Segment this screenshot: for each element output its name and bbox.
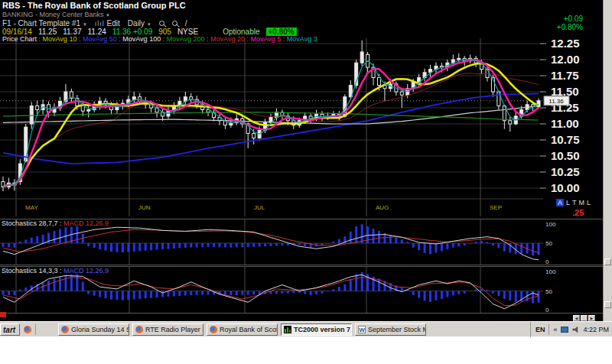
- period-selector[interactable]: Daily ▼: [128, 19, 151, 28]
- legend-item-movavg-5[interactable]: MovAvg 5: [250, 35, 281, 43]
- macd-histogram: [2, 224, 540, 255]
- legend-item-movavg-50[interactable]: MovAvg 50: [83, 35, 117, 43]
- change-percent: +0.80%: [528, 23, 583, 31]
- stoch2-name: Stochastics 14,3,3: [2, 267, 58, 275]
- tray-expand-icon[interactable]: «: [553, 326, 557, 333]
- bars-icon: ılıl: [95, 20, 105, 28]
- stoch-scale-label: 50: [545, 240, 552, 247]
- month-label-may: MAY: [25, 204, 38, 211]
- month-label-sep: SEP: [490, 204, 502, 211]
- zoom-out-icon[interactable]: [172, 21, 177, 26]
- month-label-jun: JUN: [138, 204, 151, 211]
- edit-label: Edit: [107, 19, 120, 28]
- taskbar: tart Gloria Sunday 14 Septe...RTE Radio …: [0, 321, 612, 336]
- stoch-scale-label: 0: [545, 307, 549, 314]
- chart-toolbar: F1 - Chart Template #1 ▼ ılıl Edit Daily…: [2, 19, 187, 28]
- month-label-aug: AUG: [376, 204, 389, 211]
- firefox-icon: [210, 326, 217, 333]
- screen: RBS - The Royal Bank of Scotland Group P…: [0, 0, 612, 364]
- scroll-right-icon[interactable]: ▶: [588, 315, 595, 321]
- price-tick-label: 10.75: [551, 133, 580, 146]
- right-scroll-strip[interactable]: [603, 0, 612, 321]
- taskbar-button-3[interactable]: TC2000 version 7 Gol...: [281, 323, 352, 336]
- scale-tool-L4[interactable]: L: [587, 199, 591, 206]
- taskbar-button-label: September Stock Mark...: [368, 326, 426, 333]
- stochastics1-label: Stochastics 28,7,7 : MACD 12,26,9: [2, 219, 109, 227]
- trendline-tool-icon[interactable]: /: [185, 19, 187, 28]
- start-button[interactable]: tart: [0, 323, 20, 336]
- taskbar-button-2[interactable]: Royal Bank of Scotland ...: [207, 323, 278, 336]
- zoom-in-icon[interactable]: [159, 21, 164, 26]
- scale-tool-A0[interactable]: A: [556, 199, 564, 206]
- alert-marker: [0, 312, 6, 317]
- legend-item-movavg-100[interactable]: MovAvg 100: [122, 35, 161, 43]
- industry-label: BANKING - Money Center Banks: [2, 11, 104, 18]
- scroll-thumb[interactable]: [604, 301, 611, 308]
- scroll-thumb[interactable]: [604, 258, 611, 265]
- tc2000-icon: [284, 326, 291, 333]
- taskbar-button-4[interactable]: WSeptember Stock Mark...: [355, 323, 426, 336]
- chevron-down-icon: ▼: [147, 22, 151, 27]
- scale-decimal[interactable]: .25: [572, 208, 584, 217]
- stoch1-name: Stochastics 28,7,7: [2, 219, 58, 227]
- period-label: Daily: [128, 19, 145, 28]
- network-icon[interactable]: [561, 327, 568, 333]
- firefox-quicklaunch-icon[interactable]: [24, 326, 31, 333]
- industry-selector[interactable]: BANKING - Money Center Banks ▼: [2, 11, 110, 18]
- price-tick-label: 12.00: [551, 53, 580, 66]
- stochastics2-label: Stochastics 14,3,3 : MACD 12,26,9: [2, 267, 109, 275]
- scroll-left-icon[interactable]: ◀: [573, 315, 580, 321]
- stoch1-macd-label: MACD 12,26,9: [63, 219, 109, 227]
- chevron-down-icon: ▼: [83, 22, 87, 27]
- scale-tool-M3[interactable]: M: [579, 199, 585, 206]
- language-indicator[interactable]: EN: [536, 326, 545, 333]
- legend-item-movavg-10[interactable]: MovAvg 10: [43, 35, 77, 43]
- legend-item-movavg-3[interactable]: MovAvg 3: [287, 35, 317, 43]
- stoch2-macd-label: MACD 12,26,9: [63, 267, 109, 275]
- clock: 4:22 PM: [583, 326, 609, 333]
- template-label: F1 - Chart Template #1: [2, 19, 80, 28]
- chevron-down-icon: ▼: [106, 13, 110, 18]
- price-tick-label: 11.00: [551, 117, 579, 130]
- price-tick-label: 10.50: [551, 149, 580, 162]
- scale-tool-T2[interactable]: T: [572, 199, 577, 206]
- price-chart-legend: Price Chart : MovAvg 10 : MovAvg 50 : Mo…: [2, 35, 317, 43]
- price-tick-label: 11.75: [551, 69, 579, 82]
- scale-tools[interactable]: ALTML: [556, 199, 591, 206]
- scale-tool-L1[interactable]: L: [566, 199, 570, 206]
- firefox-icon: [61, 326, 69, 333]
- legend-item-price-chart[interactable]: Price Chart: [2, 35, 37, 43]
- firefox-icon: [135, 326, 143, 333]
- price-tick-label: 10.25: [551, 165, 580, 178]
- edit-button[interactable]: ılıl Edit: [95, 19, 120, 28]
- taskbar-button-label: Gloria Sunday 14 Septe...: [71, 326, 129, 333]
- stoch-scale-label: 50: [545, 288, 552, 295]
- taskbar-button-label: TC2000 version 7 Gol...: [294, 326, 352, 333]
- stoch-scale-label: 100: [545, 268, 556, 275]
- last-price-marker: 11.36: [549, 98, 564, 105]
- template-selector[interactable]: F1 - Chart Template #1 ▼: [2, 19, 87, 28]
- speaker-icon[interactable]: [572, 327, 579, 333]
- word-icon: W: [358, 326, 366, 333]
- month-label-jul: JUL: [254, 204, 265, 211]
- top-right-change: +0.09 +0.80%: [528, 15, 583, 31]
- taskbar-button-0[interactable]: Gloria Sunday 14 Septe...: [58, 323, 129, 336]
- price-axis: 12.2512.0011.7511.5011.2511.0010.7510.50…: [540, 38, 580, 194]
- change-value: +0.09: [528, 15, 583, 23]
- tc2000-chart-window: RBS - The Royal Bank of Scotland Group P…: [0, 0, 603, 321]
- stoch-scale-label: 0: [545, 258, 549, 265]
- stoch-scale-label: 100: [545, 221, 556, 228]
- price-chart[interactable]: MAYJUNJULAUGSEP12.2512.0011.7511.5011.25…: [0, 38, 603, 219]
- legend-item-movavg-200[interactable]: MovAvg 200: [167, 35, 205, 43]
- taskbar-button-label: Royal Bank of Scotland ...: [220, 326, 278, 333]
- symbol-title: RBS - The Royal Bank of Scotland Group P…: [2, 1, 186, 10]
- legend-item-movavg-20[interactable]: MovAvg 20: [210, 35, 245, 43]
- price-tick-label: 12.25: [551, 38, 580, 50]
- quicklaunch-divider: [35, 324, 36, 335]
- horizontal-scrollbar[interactable]: ◀ ▶: [572, 315, 595, 321]
- scroll-handle[interactable]: [581, 315, 588, 321]
- moving-averages-layer: [3, 59, 539, 187]
- system-tray: EN « 4:22 PM: [530, 322, 612, 337]
- price-tick-label: 10.00: [551, 181, 580, 194]
- taskbar-button-1[interactable]: RTE Radio Player - Glor...: [132, 323, 203, 336]
